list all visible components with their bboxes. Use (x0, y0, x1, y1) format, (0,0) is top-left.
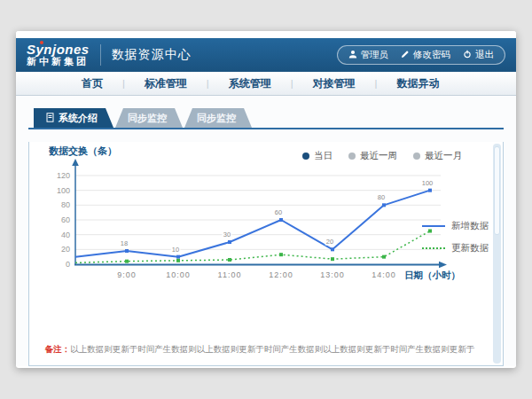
user-button[interactable]: 管理员 (348, 49, 389, 61)
legend-label: 新增数据 (451, 220, 489, 232)
tab-label: 系统介绍 (59, 112, 98, 125)
y-tick-label: 20 (61, 245, 70, 254)
x-tick-label: 10:00 (166, 270, 191, 279)
user-menu-label: 修改密码 (413, 49, 450, 61)
data-point (382, 203, 386, 207)
legend-line-icon (422, 225, 445, 227)
nav-standard-mgmt[interactable]: 标准管理 (125, 76, 207, 91)
tab-bar: 系统介绍同步监控同步监控 (34, 108, 504, 128)
tab-sync-monitor-2[interactable]: 同步监控 (184, 108, 252, 128)
data-point (279, 218, 283, 222)
data-point (176, 255, 180, 259)
radio-label: 最近一月 (425, 150, 462, 162)
data-point (176, 259, 180, 262)
user-menu: 管理员修改密码退出 (337, 45, 506, 65)
radio-dot-icon (413, 153, 420, 160)
data-point (279, 253, 283, 256)
data-point (125, 260, 129, 263)
data-point (228, 258, 231, 262)
x-tick-label: 11:00 (218, 270, 242, 279)
company-logo: Synjones 新中新集团 (27, 43, 90, 66)
logout-button[interactable]: 退出 (463, 49, 494, 61)
content-area: 系统介绍同步监控同步监控 当日最近一周最近一月 0204060801001209… (16, 96, 516, 366)
window-top-strip (16, 31, 516, 38)
x-axis-title: 日期（小时） (404, 270, 460, 281)
data-point-label: 60 (275, 208, 282, 216)
x-tick-label: 9:00 (117, 270, 137, 279)
radio-last-month[interactable]: 最近一月 (413, 150, 462, 162)
vertical-scrollbar[interactable] (493, 144, 501, 364)
nav-home[interactable]: 首页 (62, 76, 122, 91)
radio-today[interactable]: 当日 (302, 150, 332, 162)
radio-label: 最近一周 (360, 150, 397, 162)
user-icon (348, 50, 357, 60)
nav-interface-mgmt[interactable]: 对接管理 (293, 76, 375, 91)
change-password-button[interactable]: 修改密码 (401, 49, 450, 61)
nav-system-mgmt[interactable]: 系统管理 (209, 76, 291, 91)
y-tick-label: 0 (66, 260, 70, 269)
app-header: Synjones 新中新集团 数据资源中心 管理员修改密码退出 (16, 38, 516, 72)
data-point (125, 249, 129, 253)
radio-last-week[interactable]: 最近一周 (348, 150, 397, 162)
y-tick-label: 60 (61, 215, 70, 224)
time-range-filters: 当日最近一周最近一月 (302, 150, 462, 162)
nav-data-change[interactable]: 数据异动 (377, 76, 458, 91)
radio-dot-icon (348, 153, 356, 160)
data-point (228, 240, 231, 244)
chart-panel: 当日最近一周最近一月 0204060801001209:0010:0011:00… (28, 142, 504, 366)
tab-system-intro[interactable]: 系统介绍 (34, 108, 113, 128)
chart-legend: 新增数据更新数据 (422, 220, 489, 254)
power-icon (463, 50, 472, 60)
y-tick-label: 120 (57, 171, 70, 180)
header-divider (100, 44, 101, 66)
radio-label: 当日 (314, 150, 332, 162)
y-axis-title: 数据交换（条） (48, 145, 117, 157)
footnote-text: 以上数据则更新于时间产生数据则以上数据则更新于时间产生数据则以上数据则更新于时间… (70, 344, 474, 354)
document-icon (46, 113, 54, 124)
data-point-label: 10 (172, 246, 179, 254)
x-tick-label: 13:00 (320, 270, 345, 279)
data-point-label: 100 (422, 179, 434, 187)
tab-label: 同步监控 (197, 112, 236, 125)
x-tick-label: 12:00 (269, 270, 293, 279)
y-axis-arrow-icon (72, 159, 79, 166)
app-window: Synjones 新中新集团 数据资源中心 管理员修改密码退出 首页|标准管理|… (16, 31, 516, 368)
y-tick-label: 80 (61, 200, 70, 209)
user-menu-label: 管理员 (361, 49, 389, 61)
tab-label: 同步监控 (128, 112, 167, 125)
data-point (331, 247, 334, 251)
line-chart: 0204060801001209:0010:0011:0012:0013:001… (40, 142, 483, 317)
data-point (382, 255, 386, 259)
data-point-label: 30 (223, 231, 231, 239)
x-tick-label: 14:00 (372, 270, 396, 279)
edit-icon (401, 50, 410, 60)
logo-company-name: 新中新集团 (27, 57, 90, 67)
data-point-label: 18 (121, 239, 128, 247)
tab-sync-monitor-1[interactable]: 同步监控 (115, 108, 183, 128)
data-point-label: 80 (378, 193, 385, 201)
y-tick-label: 40 (61, 231, 70, 239)
legend-item: 新增数据 (422, 220, 489, 232)
footnote-label: 备注： (45, 344, 71, 354)
x-axis-arrow-icon (439, 262, 447, 269)
main-nav: 首页|标准管理|系统管理|对接管理|数据异动 (16, 72, 516, 96)
tab-accent-rule (28, 128, 504, 129)
user-menu-label: 退出 (475, 49, 494, 61)
legend-label: 更新数据 (451, 242, 489, 254)
legend-line-icon (422, 247, 445, 249)
logo-brand-text: Synjones (27, 43, 90, 57)
data-point (428, 189, 432, 192)
page-title: 数据资源中心 (112, 47, 192, 63)
radio-dot-icon (302, 153, 309, 160)
series-line (75, 231, 430, 263)
data-point-label: 20 (326, 238, 333, 246)
scrollbar-thumb[interactable] (494, 146, 500, 235)
y-tick-label: 100 (57, 186, 70, 195)
legend-item: 更新数据 (422, 242, 489, 254)
data-point (331, 257, 334, 261)
footnote: 备注：以上数据则更新于时间产生数据则以上数据则更新于时间产生数据则以上数据则更新… (29, 344, 490, 356)
